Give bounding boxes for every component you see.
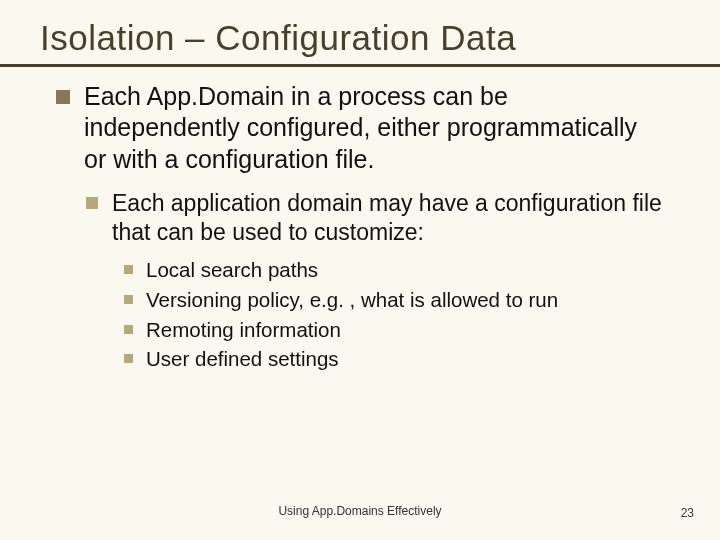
bullet-text: Versioning policy, e.g. , what is allowe… — [146, 288, 558, 311]
bullet-level3: Versioning policy, e.g. , what is allowe… — [124, 286, 664, 314]
square-bullet-icon — [124, 265, 133, 274]
bullet-level2: Each application domain may have a confi… — [86, 189, 664, 247]
square-bullet-icon — [56, 90, 70, 104]
footer-text: Using App.Domains Effectively — [0, 504, 720, 518]
bullet-level3: Local search paths — [124, 256, 664, 284]
bullet-text: Each application domain may have a confi… — [112, 190, 662, 245]
bullet-level1: Each App.Domain in a process can be inde… — [56, 81, 664, 175]
bullet-text: Local search paths — [146, 258, 318, 281]
bullet-text: Remoting information — [146, 318, 341, 341]
slide-body: Each App.Domain in a process can be inde… — [0, 81, 720, 373]
bullet-text: Each App.Domain in a process can be inde… — [84, 82, 637, 173]
square-bullet-icon — [124, 325, 133, 334]
square-bullet-icon — [124, 295, 133, 304]
square-bullet-icon — [124, 354, 133, 363]
page-number: 23 — [681, 506, 694, 520]
slide-title: Isolation – Configuration Data — [0, 0, 720, 64]
bullet-level3: Remoting information — [124, 316, 664, 344]
title-rule — [0, 64, 720, 67]
square-bullet-icon — [86, 197, 98, 209]
bullet-level3: User defined settings — [124, 345, 664, 373]
slide: Isolation – Configuration Data Each App.… — [0, 0, 720, 540]
bullet-text: User defined settings — [146, 347, 339, 370]
